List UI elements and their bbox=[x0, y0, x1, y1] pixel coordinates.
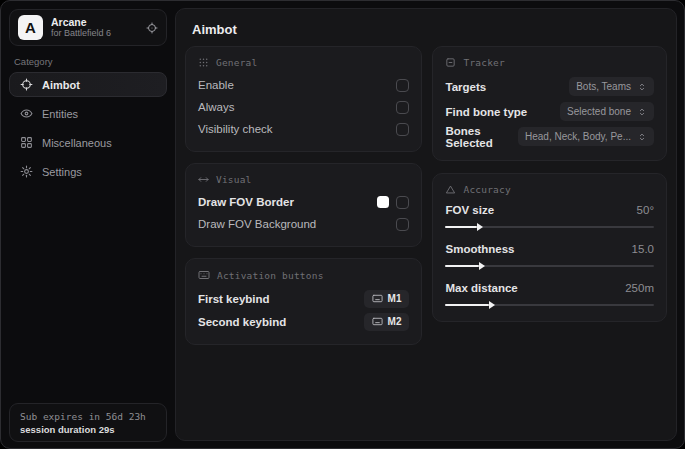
setting-row-first-keybind: First keybind M1 bbox=[198, 287, 409, 310]
find-bone-type-dropdown[interactable]: Selected bone bbox=[560, 102, 654, 121]
setting-row-find-bone-type: Find bone type Selected bone bbox=[445, 99, 654, 124]
sidebar-item-miscellaneous[interactable]: Miscellaneous bbox=[9, 130, 167, 155]
app-window: A Arcane for Battlefield 6 Category bbox=[0, 0, 685, 449]
enable-checkbox[interactable] bbox=[396, 79, 409, 92]
dropdown-value: Head, Neck, Body, Pe... bbox=[525, 131, 631, 142]
general-card-title: General bbox=[216, 57, 257, 68]
sidebar-item-label: Settings bbox=[42, 166, 82, 178]
keybind-value: M1 bbox=[388, 293, 402, 304]
column-left: General Enable Always Visibility check bbox=[185, 46, 422, 345]
triangle-icon bbox=[445, 184, 456, 195]
keyboard-icon bbox=[372, 316, 383, 327]
dots-grid-icon bbox=[198, 57, 209, 68]
tracker-card: Tracker Targets Bots, Teams bbox=[432, 46, 667, 161]
column-right: Tracker Targets Bots, Teams bbox=[432, 46, 667, 322]
smoothness-value: 15.0 bbox=[632, 243, 654, 255]
sidebar-item-entities[interactable]: Entities bbox=[9, 101, 167, 126]
setting-label: Draw FOV Border bbox=[198, 196, 294, 208]
setting-row-bones-selected: Bones Selected Head, Neck, Body, Pe... bbox=[445, 124, 654, 149]
first-keybind-button[interactable]: M1 bbox=[364, 290, 410, 308]
setting-label: Smoothness bbox=[445, 243, 514, 255]
fov-background-checkbox[interactable] bbox=[396, 218, 409, 231]
content-columns: General Enable Always Visibility check bbox=[185, 46, 667, 345]
page-title: Aimbot bbox=[192, 22, 237, 37]
fov-size-slider[interactable] bbox=[445, 222, 654, 231]
general-card: General Enable Always Visibility check bbox=[185, 46, 422, 152]
crosshair-icon bbox=[20, 78, 33, 91]
chevrons-up-down-icon bbox=[637, 107, 647, 117]
eye-icon bbox=[20, 107, 33, 120]
move-horizontal-icon bbox=[198, 174, 209, 185]
smoothness-slider[interactable] bbox=[445, 261, 654, 270]
always-checkbox[interactable] bbox=[396, 101, 409, 114]
setting-label: Enable bbox=[198, 79, 234, 91]
square-minus-icon bbox=[445, 57, 456, 68]
keybind-value: M2 bbox=[388, 316, 402, 327]
setting-row-always: Always bbox=[198, 96, 409, 118]
setting-row-targets: Targets Bots, Teams bbox=[445, 74, 654, 99]
chevrons-up-down-icon bbox=[637, 132, 647, 142]
scope-icon[interactable] bbox=[146, 22, 158, 34]
activation-card-header: Activation buttons bbox=[198, 269, 409, 281]
targets-dropdown[interactable]: Bots, Teams bbox=[569, 77, 654, 96]
subscription-card: Sub expires in 56d 23h session duration … bbox=[9, 403, 167, 442]
keyboard-icon bbox=[198, 269, 210, 281]
category-label: Category bbox=[14, 56, 53, 67]
brand-text: Arcane for Battlefield 6 bbox=[51, 16, 138, 38]
setting-label: First keybind bbox=[198, 293, 270, 305]
sidebar-nav: Aimbot Entities Miscella bbox=[9, 72, 167, 184]
setting-row-fov-border: Draw FOV Border bbox=[198, 191, 409, 213]
tracker-card-title: Tracker bbox=[463, 57, 504, 68]
setting-row-visibility-check: Visibility check bbox=[198, 118, 409, 140]
accuracy-card-header: Accuracy bbox=[445, 184, 654, 195]
app-subtitle: for Battlefield 6 bbox=[51, 28, 138, 38]
setting-label: Visibility check bbox=[198, 123, 273, 135]
chevrons-up-down-icon bbox=[637, 82, 647, 92]
setting-row-second-keybind: Second keybind M2 bbox=[198, 310, 409, 333]
setting-label: Max distance bbox=[445, 282, 517, 294]
visibility-check-checkbox[interactable] bbox=[396, 123, 409, 136]
setting-label: Always bbox=[198, 101, 234, 113]
second-keybind-button[interactable]: M2 bbox=[364, 313, 410, 331]
sidebar-item-label: Entities bbox=[42, 108, 78, 120]
max-distance-value: 250m bbox=[625, 282, 654, 294]
activation-card: Activation buttons First keybind M1 bbox=[185, 258, 422, 345]
setting-row-max-distance: Max distance 250m bbox=[445, 279, 654, 309]
fov-border-checkbox[interactable] bbox=[396, 196, 409, 209]
fov-border-controls bbox=[377, 196, 409, 209]
setting-row-fov-size: FOV size 50° bbox=[445, 201, 654, 231]
slider-fill bbox=[445, 265, 478, 267]
activation-card-title: Activation buttons bbox=[217, 270, 324, 281]
tracker-card-header: Tracker bbox=[445, 57, 654, 68]
gear-icon bbox=[20, 165, 33, 178]
app-logo-letter: A bbox=[25, 19, 36, 36]
setting-label: Draw FOV Background bbox=[198, 218, 316, 230]
app-logo: A bbox=[18, 15, 43, 40]
fov-border-color-swatch[interactable] bbox=[377, 196, 389, 208]
setting-row-enable: Enable bbox=[198, 74, 409, 96]
brand-card: A Arcane for Battlefield 6 bbox=[9, 9, 167, 46]
sidebar-item-aimbot[interactable]: Aimbot bbox=[9, 72, 167, 97]
setting-label: Targets bbox=[445, 81, 486, 93]
sidebar-item-label: Aimbot bbox=[42, 79, 80, 91]
keyboard-icon bbox=[372, 293, 383, 304]
slider-fill bbox=[445, 226, 476, 228]
max-distance-slider[interactable] bbox=[445, 300, 654, 309]
accuracy-card: Accuracy FOV size 50° bbox=[432, 173, 667, 322]
visual-card: Visual Draw FOV Border Draw FOV Backgrou… bbox=[185, 163, 422, 247]
fov-size-value: 50° bbox=[637, 204, 654, 216]
grid-icon bbox=[20, 136, 33, 149]
general-card-header: General bbox=[198, 57, 409, 68]
setting-row-fov-background: Draw FOV Background bbox=[198, 213, 409, 235]
sidebar-item-settings[interactable]: Settings bbox=[9, 159, 167, 184]
setting-label: Find bone type bbox=[445, 106, 527, 118]
main-panel: Aimbot General bbox=[175, 8, 677, 441]
setting-row-smoothness: Smoothness 15.0 bbox=[445, 240, 654, 270]
visual-card-header: Visual bbox=[198, 174, 409, 185]
dropdown-value: Selected bone bbox=[567, 106, 631, 117]
bones-selected-dropdown[interactable]: Head, Neck, Body, Pe... bbox=[518, 127, 654, 146]
sidebar: A Arcane for Battlefield 6 Category bbox=[1, 1, 175, 448]
visual-card-title: Visual bbox=[216, 174, 252, 185]
app-name: Arcane bbox=[51, 16, 138, 28]
slider-fill bbox=[445, 304, 489, 306]
